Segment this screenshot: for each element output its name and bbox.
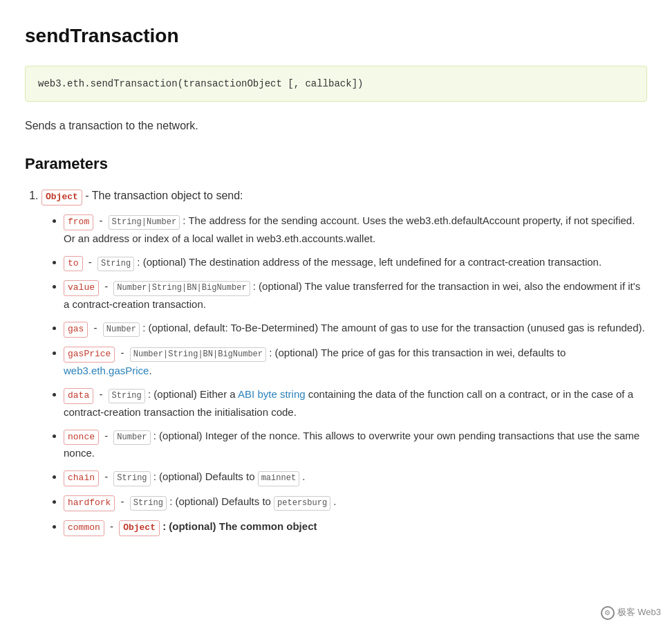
field-name-hardfork: hardfork — [64, 495, 115, 511]
field-desc-hardfork-before: : (optional) Defaults to — [169, 495, 274, 507]
field-desc-gas: : (optional, default: To-Be-Determined) … — [142, 322, 645, 333]
list-item: gasPrice - Number|String|BN|BigNumber : … — [64, 345, 647, 379]
list-item: to - String : (optional) The destination… — [64, 254, 647, 272]
field-desc-chain-after: . — [299, 470, 305, 482]
param1-type-tag: Object — [41, 190, 82, 205]
data-abi-link[interactable]: ABI byte string — [238, 388, 306, 400]
list-item: value - Number|String|BN|BigNumber : (op… — [64, 278, 647, 313]
field-name-data: data — [64, 388, 93, 404]
list-item: chain - String : (optional) Defaults to … — [64, 468, 647, 486]
field-type-value: Number|String|BN|BigNumber — [113, 281, 250, 295]
gasprice-link[interactable]: web3.eth.gasPrice — [64, 365, 149, 376]
field-type-common: Object — [119, 520, 160, 536]
bullet-list: from - String|Number : The address for t… — [41, 212, 647, 536]
description: Sends a transaction to the network. — [25, 117, 647, 135]
field-name-chain: chain — [64, 470, 99, 486]
chain-default-tag: mainnet — [258, 471, 299, 486]
field-desc-common: : (optional) The common object — [162, 520, 317, 532]
param1-desc: - The transaction object to send: — [82, 190, 243, 201]
field-name-to: to — [64, 256, 83, 272]
field-desc-chain-before: : (optional) Defaults to — [153, 470, 258, 482]
field-name-value: value — [64, 280, 99, 296]
code-block: web3.eth.sendTransaction(transactionObje… — [25, 66, 647, 102]
field-desc-data-before: : (optional) Either a — [148, 388, 238, 400]
field-desc-gasprice-after: . — [149, 365, 151, 376]
field-name-gas: gas — [64, 322, 88, 338]
hardfork-default-tag: petersburg — [274, 496, 330, 511]
field-name-from: from — [64, 214, 93, 230]
param-item-1: Object - The transaction object to send:… — [41, 187, 647, 536]
field-type-data: String — [109, 389, 145, 403]
list-item: common - Object : (optional) The common … — [64, 518, 647, 536]
field-name-common: common — [64, 520, 104, 536]
list-item: hardfork - String : (optional) Defaults … — [64, 493, 647, 511]
field-name-gasprice: gasPrice — [64, 347, 115, 363]
field-name-nonce: nonce — [64, 430, 99, 446]
list-item: from - String|Number : The address for t… — [64, 212, 647, 247]
field-type-to: String — [97, 257, 134, 271]
params-ordered-list: Object - The transaction object to send:… — [25, 187, 647, 536]
field-type-from: String|Number — [109, 215, 180, 230]
list-item: data - String : (optional) Either a ABI … — [64, 386, 647, 421]
field-desc-to: : (optional) The destination address of … — [137, 256, 601, 268]
field-desc-hardfork-after: . — [330, 495, 336, 507]
field-desc-gasprice-before: : (optional) The price of gas for this t… — [269, 347, 566, 358]
field-type-chain: String — [113, 471, 150, 486]
list-item: nonce - Number : (optional) Integer of t… — [64, 428, 647, 462]
parameters-heading: Parameters — [25, 152, 647, 176]
page-title: sendTransaction — [25, 21, 647, 52]
field-type-gasprice: Number|String|BN|BigNumber — [130, 347, 266, 362]
field-type-hardfork: String — [130, 496, 167, 511]
list-item: gas - Number : (optional, default: To-Be… — [64, 320, 647, 338]
field-type-gas: Number — [103, 322, 140, 337]
field-type-nonce: Number — [113, 430, 150, 445]
